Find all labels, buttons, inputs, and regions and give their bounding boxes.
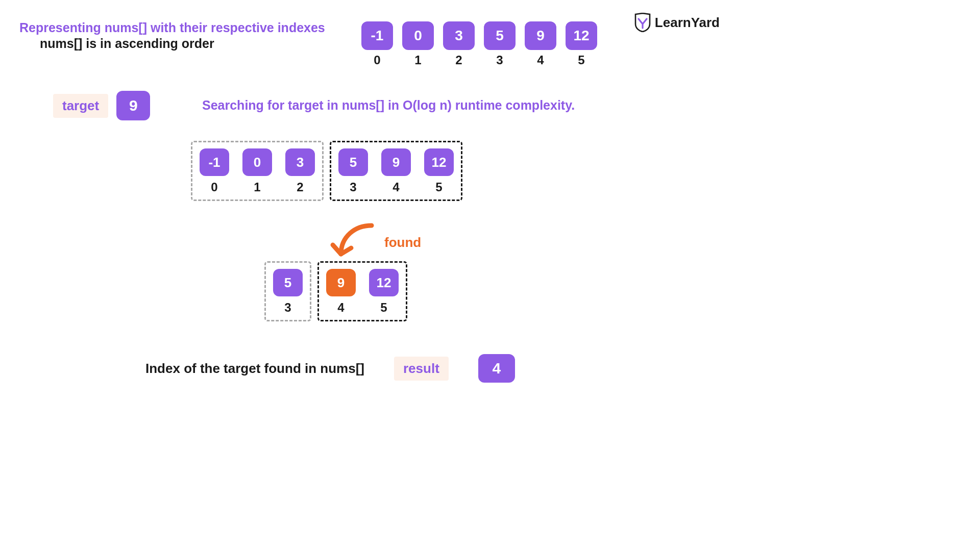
step1-item: 0 1 <box>242 148 272 194</box>
heading-block: Representing nums[] with their respectiv… <box>19 20 325 51</box>
cell-value: 5 <box>338 148 368 176</box>
discarded-half: 5 3 <box>264 261 311 321</box>
selected-half: 5 3 9 4 12 5 <box>330 141 462 201</box>
discarded-half: -1 0 0 1 3 2 <box>191 141 324 201</box>
brand-logo: LearnYard <box>633 13 720 32</box>
nums-value: -1 <box>361 21 393 50</box>
nums-index: 4 <box>537 53 544 67</box>
cell-index: 5 <box>380 300 387 315</box>
cell-value: 12 <box>424 148 454 176</box>
nums-index: 2 <box>455 53 462 67</box>
step1-item: 5 3 <box>338 148 368 194</box>
cell-index: 2 <box>297 180 303 194</box>
nums-value: 9 <box>525 21 556 50</box>
nums-item: 9 4 <box>525 21 556 67</box>
result-row: Index of the target found in nums[] resu… <box>145 354 515 383</box>
heading-line1: Representing nums[] with their respectiv… <box>19 20 325 35</box>
nums-item: 0 1 <box>402 21 434 67</box>
nums-item: 3 2 <box>443 21 475 67</box>
result-description: Index of the target found in nums[] <box>145 361 364 377</box>
search-description: Searching for target in nums[] in O(log … <box>202 98 575 113</box>
split-step-2: 5 3 9 4 12 5 <box>264 261 407 321</box>
cell-index: 3 <box>284 300 291 315</box>
cell-value: 3 <box>285 148 315 176</box>
nums-item: -1 0 <box>361 21 393 67</box>
target-row: target 9 <box>53 91 150 120</box>
cell-value: -1 <box>200 148 229 176</box>
nums-array: -1 0 0 1 3 2 5 3 9 4 12 5 <box>361 21 597 67</box>
result-value: 4 <box>478 354 515 383</box>
cell-index: 0 <box>211 180 217 194</box>
step1-item: -1 0 <box>200 148 229 194</box>
found-cell: 9 <box>326 269 356 296</box>
cell-value: 5 <box>273 269 303 296</box>
nums-value: 0 <box>402 21 434 50</box>
target-label: target <box>53 94 108 118</box>
found-label: found <box>384 235 421 251</box>
nums-value: 12 <box>566 21 597 50</box>
brand-name: LearnYard <box>655 15 720 31</box>
step2-item: 9 4 <box>326 269 356 315</box>
target-value: 9 <box>116 91 150 120</box>
nums-item: 12 5 <box>566 21 597 67</box>
shield-y-icon <box>633 13 652 32</box>
nums-index: 1 <box>414 53 421 67</box>
cell-index: 3 <box>350 180 356 194</box>
step1-item: 9 4 <box>381 148 411 194</box>
nums-item: 5 3 <box>484 21 516 67</box>
cell-index: 1 <box>254 180 260 194</box>
cell-index: 4 <box>337 300 344 315</box>
selected-half: 9 4 12 5 <box>317 261 407 321</box>
step1-item: 3 2 <box>285 148 315 194</box>
nums-value: 3 <box>443 21 475 50</box>
cell-index: 4 <box>393 180 399 194</box>
cell-value: 0 <box>242 148 272 176</box>
step2-item: 5 3 <box>273 269 303 315</box>
cell-value: 12 <box>369 269 399 296</box>
result-label: result <box>394 357 449 381</box>
step2-item: 12 5 <box>369 269 399 315</box>
cell-index: 5 <box>435 180 442 194</box>
heading-line2: nums[] is in ascending order <box>40 36 325 51</box>
cell-value: 9 <box>381 148 411 176</box>
nums-value: 5 <box>484 21 516 50</box>
nums-index: 3 <box>496 53 503 67</box>
nums-index: 0 <box>374 53 380 67</box>
step1-item: 12 5 <box>424 148 454 194</box>
nums-index: 5 <box>578 53 584 67</box>
split-step-1: -1 0 0 1 3 2 5 3 9 4 12 5 <box>191 141 462 201</box>
